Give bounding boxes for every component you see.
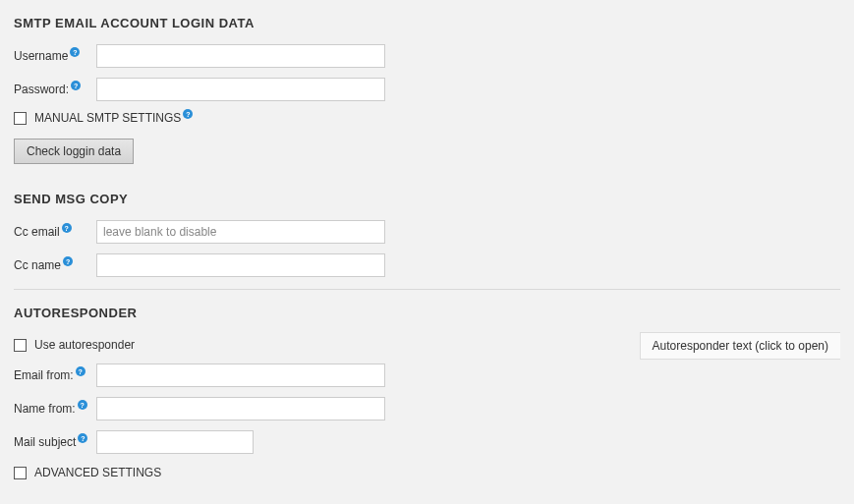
username-input[interactable] — [96, 44, 385, 68]
advanced-settings-checkbox[interactable] — [14, 467, 27, 479]
help-icon[interactable]: ? — [62, 223, 72, 233]
section-divider — [14, 289, 840, 290]
help-icon[interactable]: ? — [183, 109, 193, 119]
cc-email-input[interactable] — [96, 220, 385, 244]
smtp-heading: SMTP EMAIL ACCOUNT LOGIN DATA — [14, 16, 840, 30]
use-autoresponder-checkbox[interactable] — [14, 339, 27, 352]
cc-email-label: Cc email ? — [14, 225, 96, 239]
send-copy-heading: SEND MSG COPY — [14, 192, 840, 206]
name-from-label: Name from: ? — [14, 402, 96, 416]
name-from-input[interactable] — [96, 397, 385, 420]
password-label: Password: ? — [14, 83, 96, 96]
help-icon[interactable]: ? — [63, 256, 73, 266]
help-icon[interactable]: ? — [70, 47, 80, 57]
advanced-settings-label: ADVANCED SETTINGS — [34, 466, 161, 479]
use-autoresponder-label: Use autoresponder — [34, 338, 135, 352]
cc-name-input[interactable] — [96, 253, 385, 277]
manual-smtp-checkbox[interactable] — [14, 112, 27, 125]
autoresponder-text-toggle[interactable]: Autoresponder text (click to open) — [640, 332, 840, 360]
cc-name-label: Cc name ? — [14, 258, 96, 272]
email-from-label: Email from: ? — [14, 368, 96, 382]
check-login-button[interactable]: Check loggin data — [14, 139, 134, 164]
mail-subject-input[interactable] — [96, 430, 254, 454]
help-icon[interactable]: ? — [71, 81, 81, 90]
help-icon[interactable]: ? — [76, 366, 85, 376]
manual-smtp-label: MANUAL SMTP SETTINGS ? — [34, 111, 193, 125]
help-icon[interactable]: ? — [78, 433, 87, 443]
mail-subject-label: Mail subject ? — [14, 435, 96, 449]
email-from-input[interactable] — [96, 364, 385, 387]
help-icon[interactable]: ? — [78, 400, 87, 410]
password-input[interactable] — [96, 78, 385, 101]
username-label: Username ? — [14, 49, 96, 63]
autoresponder-heading: AUTORESPONDER — [14, 306, 840, 320]
